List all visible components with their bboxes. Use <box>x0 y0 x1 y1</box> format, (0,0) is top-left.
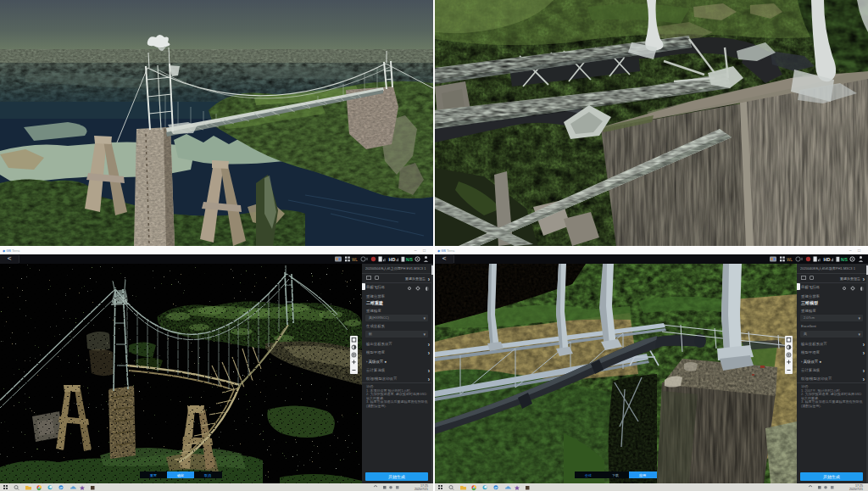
svg-text:确定: 确定 <box>176 473 184 477</box>
svg-text:WL: WL <box>352 258 358 262</box>
svg-text:N/S: N/S <box>406 258 414 262</box>
svg-text:应用: 应用 <box>639 473 646 477</box>
svg-text:下载: 下载 <box>612 473 619 477</box>
svg-text:N/S: N/S <box>841 258 849 262</box>
svg-text:取消: 取消 <box>204 473 211 477</box>
svg-text:重置: 重置 <box>149 473 157 477</box>
svg-text:HD: HD <box>824 257 831 262</box>
svg-text:全过: 全过 <box>585 473 592 477</box>
svg-text:HD: HD <box>389 257 396 262</box>
svg-text:WL: WL <box>787 258 793 262</box>
